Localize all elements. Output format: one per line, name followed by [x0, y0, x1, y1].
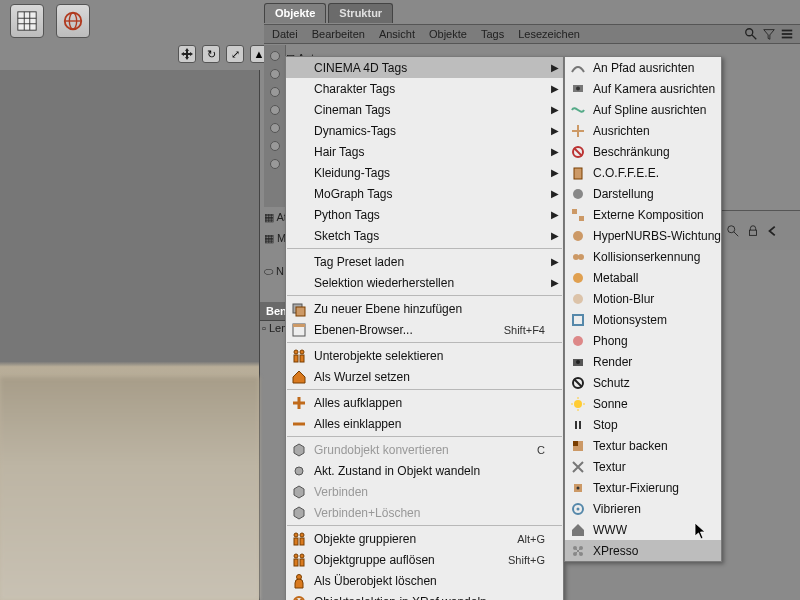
ctx-item[interactable]: CINEMA 4D Tags▶	[286, 57, 563, 78]
ctx-sub-item[interactable]: Ausrichten	[565, 120, 721, 141]
ctx-sub-item[interactable]: Textur backen	[565, 435, 721, 456]
ctx-sub-item[interactable]: Beschränkung	[565, 141, 721, 162]
ctx-item[interactable]: Sketch Tags▶	[286, 225, 563, 246]
ctx-item-label: Cineman Tags	[314, 103, 545, 117]
ctx-sub-item[interactable]: Kollisionserkennung	[565, 246, 721, 267]
svg-rect-0	[18, 12, 36, 30]
ctx-sub-icon	[569, 353, 587, 371]
ctx-item[interactable]: Dynamics-Tags▶	[286, 120, 563, 141]
menu-view[interactable]: Ansicht	[379, 28, 415, 40]
ctx-item[interactable]: Selektion wiederherstellen▶	[286, 272, 563, 293]
ctx-item[interactable]: Kleidung-Tags▶	[286, 162, 563, 183]
ctx-shortcut: Shift+G	[508, 554, 545, 566]
ctx-item[interactable]: Objektgruppe auflösenShift+G	[286, 549, 563, 570]
ctx-item[interactable]: Tag Preset laden▶	[286, 251, 563, 272]
ctx-item[interactable]: Als Überobjekt löschen	[286, 570, 563, 591]
menu-tags[interactable]: Tags	[481, 28, 504, 40]
search-icon[interactable]	[726, 224, 740, 238]
svg-point-13	[728, 225, 735, 232]
ctx-sub-icon	[569, 80, 587, 98]
ctx-sub-item[interactable]: Sonne	[565, 393, 721, 414]
ctx-item[interactable]: Objektselektion in XRef wandeln	[286, 591, 563, 600]
ctx-item: Verbinden+Löschen	[286, 502, 563, 523]
ctx-sub-item[interactable]: XPresso	[565, 540, 721, 561]
ctx-sub-item[interactable]: Phong	[565, 330, 721, 351]
menu-file[interactable]: Datei	[272, 28, 298, 40]
ctx-sub-item[interactable]: HyperNURBS-Wichtung	[565, 225, 721, 246]
gutter-item[interactable]	[270, 141, 280, 151]
svg-point-36	[576, 86, 580, 90]
left-arrow-icon[interactable]	[766, 224, 780, 238]
gutter-item[interactable]	[270, 69, 280, 79]
ctx-sub-item[interactable]: Darstellung	[565, 183, 721, 204]
menu-bookmarks[interactable]: Lesezeichen	[518, 28, 580, 40]
ctx-item-icon	[290, 321, 308, 339]
ctx-item[interactable]: Alles einklappen	[286, 413, 563, 434]
tool-globe[interactable]	[56, 4, 90, 38]
ctx-item-icon	[290, 462, 308, 480]
ctx-sub-icon	[569, 521, 587, 539]
ctx-sub-item[interactable]: Stop	[565, 414, 721, 435]
menu-edit[interactable]: Bearbeiten	[312, 28, 365, 40]
lock-icon[interactable]	[746, 224, 760, 238]
ctx-item[interactable]: Charakter Tags▶	[286, 78, 563, 99]
ctx-item[interactable]: Python Tags▶	[286, 204, 563, 225]
gutter-item[interactable]	[270, 87, 280, 97]
submenu-arrow-icon: ▶	[551, 146, 559, 157]
ctx-sub-item[interactable]: Metaball	[565, 267, 721, 288]
ctx-sub-icon	[569, 269, 587, 287]
ctx-sub-item[interactable]: C.O.F.F.E.E.	[565, 162, 721, 183]
viewport-3d[interactable]	[0, 70, 260, 600]
ctx-item[interactable]: Zu neuer Ebene hinzufügen	[286, 298, 563, 319]
rotate-icon[interactable]: ↻	[202, 45, 220, 63]
ctx-sub-item[interactable]: Externe Komposition	[565, 204, 721, 225]
ctx-item[interactable]: Hair Tags▶	[286, 141, 563, 162]
ctx-sub-item[interactable]: Motionsystem	[565, 309, 721, 330]
ctx-sub-item[interactable]: Textur	[565, 456, 721, 477]
gutter-item[interactable]	[270, 159, 280, 169]
search-icon[interactable]	[744, 27, 758, 41]
tool-table[interactable]	[10, 4, 44, 38]
svg-point-26	[300, 533, 304, 537]
ctx-sub-label: Textur	[593, 460, 703, 474]
ctx-sub-item[interactable]: Textur-Fixierung	[565, 477, 721, 498]
ctx-sub-label: XPresso	[593, 544, 703, 558]
ctx-item-label: Zu neuer Ebene hinzufügen	[314, 302, 545, 316]
viewport-floor	[0, 377, 259, 600]
gutter-item[interactable]	[270, 105, 280, 115]
ctx-item[interactable]: Ebenen-Browser...Shift+F4	[286, 319, 563, 340]
ctx-sub-item[interactable]: Render	[565, 351, 721, 372]
ctx-item-label: Als Wurzel setzen	[314, 370, 545, 384]
ctx-item[interactable]: Unterobjekte selektieren	[286, 345, 563, 366]
ctx-item[interactable]: MoGraph Tags▶	[286, 183, 563, 204]
ctx-sub-item[interactable]: Motion-Blur	[565, 288, 721, 309]
move-icon[interactable]	[178, 45, 196, 63]
ctx-shortcut: C	[537, 444, 545, 456]
tab-structure[interactable]: Struktur	[328, 3, 393, 23]
gutter-item[interactable]	[270, 51, 280, 61]
ctx-item[interactable]: Akt. Zustand in Objekt wandeln	[286, 460, 563, 481]
tab-objects[interactable]: Objekte	[264, 3, 326, 23]
ctx-sub-item[interactable]: Vibrieren	[565, 498, 721, 519]
ctx-sub-item[interactable]: Schutz	[565, 372, 721, 393]
scale-icon[interactable]: ⤢	[226, 45, 244, 63]
svg-rect-22	[294, 355, 298, 362]
filter-icon[interactable]	[762, 27, 776, 41]
ctx-sub-item[interactable]: Auf Kamera ausrichten	[565, 78, 721, 99]
ctx-sub-item[interactable]: An Pfad ausrichten	[565, 57, 721, 78]
ctx-item-icon	[290, 143, 308, 161]
ctx-item[interactable]: Objekte gruppierenAlt+G	[286, 528, 563, 549]
ctx-item[interactable]: Cineman Tags▶	[286, 99, 563, 120]
ctx-item-label: Alles aufklappen	[314, 396, 545, 410]
menu-icon[interactable]	[780, 27, 794, 41]
svg-line-9	[752, 35, 756, 39]
ctx-item[interactable]: Alles aufklappen	[286, 392, 563, 413]
menu-objects[interactable]: Objekte	[429, 28, 467, 40]
ctx-sub-icon	[569, 542, 587, 560]
ctx-item-icon	[290, 593, 308, 601]
ctx-item[interactable]: Als Wurzel setzen	[286, 366, 563, 387]
gutter-item[interactable]	[270, 123, 280, 133]
ctx-item-icon	[290, 530, 308, 548]
svg-point-20	[294, 350, 298, 354]
ctx-sub-item[interactable]: Auf Spline ausrichten	[565, 99, 721, 120]
